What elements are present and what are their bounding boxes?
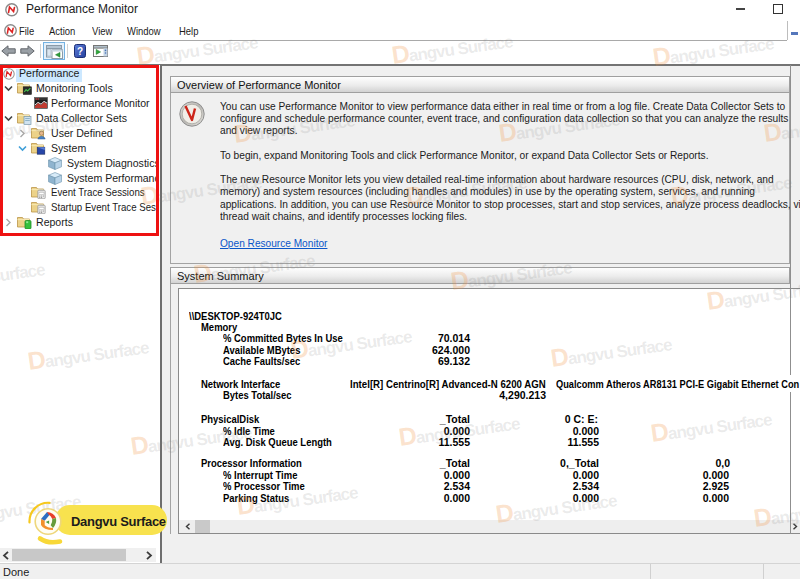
svg-text:?: ? <box>77 46 83 57</box>
